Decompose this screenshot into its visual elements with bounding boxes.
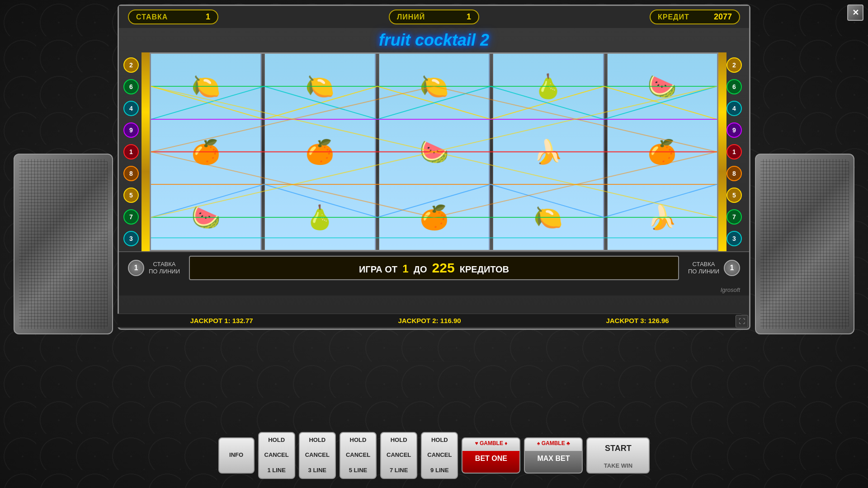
kredit-value: 2077 xyxy=(705,12,732,22)
reel-grid: 🍋 🍊 🍉 🍋 🍊 🍐 🍋 🍉 🍊 xyxy=(151,54,717,250)
hold-9-line-button[interactable]: HOLD CANCEL 9 LINE xyxy=(421,432,458,479)
button-row: INFO HOLD CANCEL 1 LINE HOLD CANCEL 3 LI… xyxy=(118,427,750,483)
liniy-label: ЛИНИЙ xyxy=(397,13,425,21)
game-container: СТАВКА 1 ЛИНИЙ 1 КРЕДИТ 2077 fruit cockt… xyxy=(118,5,750,330)
line-num-right-8: 8 xyxy=(726,166,742,181)
bet-circle-left: 1 xyxy=(128,260,144,276)
speaker-left xyxy=(14,154,113,334)
bet-per-line-right: СТАВКА ПО ЛИНИИ 1 xyxy=(688,260,740,276)
gamble2-top-label: ♠ GAMBLE ♣ xyxy=(525,438,582,451)
take-win-label: TAKE WIN xyxy=(587,459,649,473)
bet-per-line-left: 1 СТАВКА ПО ЛИНИИ xyxy=(128,260,180,276)
line-num-right-5: 5 xyxy=(726,188,742,203)
reel-col-3: 🍋 🍉 🍊 xyxy=(379,54,490,250)
close-button[interactable]: ✕ xyxy=(847,5,863,21)
reel-4-row-2: 🍌 xyxy=(493,119,603,185)
line-num-left-4: 4 xyxy=(123,101,139,116)
line-num-right-2: 2 xyxy=(726,57,742,73)
reel-col-5: 🍉 🍊 🍌 xyxy=(608,54,717,250)
fullscreen-button[interactable]: ⛶ xyxy=(736,315,748,328)
line-num-right-7: 7 xyxy=(726,209,742,225)
hold-5-line-button[interactable]: HOLD CANCEL 5 LINE xyxy=(340,432,377,479)
status-text: ИГРА ОТ 1 ДО 225 КРЕДИТОВ xyxy=(359,264,509,274)
igrosoft-logo: Igrosoft xyxy=(721,286,740,293)
kredit-box: КРЕДИТ 2077 xyxy=(650,9,740,24)
reels-area: 🍋 🍊 🍉 🍋 🍊 🍐 🍋 🍉 🍊 xyxy=(150,52,718,251)
status-bar: 1 СТАВКА ПО ЛИНИИ ИГРА ОТ 1 ДО 225 КРЕДИ… xyxy=(119,251,749,284)
gamble-top-label: ♥ GAMBLE ♦ xyxy=(462,438,519,451)
reel-sep-3 xyxy=(490,54,493,250)
max-bet-label: MAX BET xyxy=(525,451,582,472)
reel-3-row-2: 🍉 xyxy=(379,119,489,185)
stavka-value: 1 xyxy=(197,12,210,22)
reel-col-1: 🍋 🍊 🍉 xyxy=(151,54,261,250)
line-num-left-9: 9 xyxy=(123,122,139,138)
liniy-box: ЛИНИЙ 1 xyxy=(389,9,479,24)
start-label: START xyxy=(587,438,649,459)
reel-3-row-1: 🍋 xyxy=(379,54,489,119)
bet-label-right: СТАВКА ПО ЛИНИИ xyxy=(688,261,719,275)
reel-5-row-2: 🍊 xyxy=(608,119,717,185)
hold-1-line-button[interactable]: HOLD CANCEL 1 LINE xyxy=(258,432,295,479)
jackpot-bar: JACKPOT 1: 132.77 JACKPOT 2: 116.90 JACK… xyxy=(118,314,741,328)
main-status-display: ИГРА ОТ 1 ДО 225 КРЕДИТОВ xyxy=(189,256,679,280)
line-numbers-left: 2 6 4 9 1 8 5 7 3 xyxy=(123,52,142,251)
start-take-win-button[interactable]: START TAKE WIN xyxy=(586,437,650,474)
gold-border-right xyxy=(718,52,726,251)
stavka-box: СТАВКА 1 xyxy=(128,9,218,24)
reel-col-4: 🍐 🍌 🍋 xyxy=(493,54,604,250)
info-bar: СТАВКА 1 ЛИНИЙ 1 КРЕДИТ 2077 xyxy=(119,6,749,28)
gold-border-left xyxy=(142,52,150,251)
bet-one-label: BET ONE xyxy=(462,451,519,472)
reel-1-row-3: 🍉 xyxy=(151,185,260,250)
line-num-right-1: 1 xyxy=(726,144,742,160)
reel-sep-1 xyxy=(261,54,265,250)
reel-3-row-3: 🍊 xyxy=(379,185,489,250)
hold-3-line-button[interactable]: HOLD CANCEL 3 LINE xyxy=(299,432,336,479)
bet-label-left: СТАВКА ПО ЛИНИИ xyxy=(149,261,180,275)
line-num-left-6: 6 xyxy=(123,79,139,94)
game-title: fruit cocktail 2 xyxy=(119,28,749,52)
speaker-right xyxy=(755,154,854,334)
line-numbers-right: 2 6 4 9 1 8 5 7 3 xyxy=(726,52,745,251)
reel-2-row-1: 🍋 xyxy=(265,54,374,119)
reel-5-row-3: 🍌 xyxy=(608,185,717,250)
jackpot-2: JACKPOT 2: 116.90 xyxy=(398,317,461,324)
line-num-left-5: 5 xyxy=(123,188,139,203)
reel-1-row-1: 🍋 xyxy=(151,54,260,119)
reel-sep-4 xyxy=(604,54,608,250)
reels-wrapper: 2 6 4 9 1 8 5 7 3 🍋 🍊 🍉 xyxy=(119,52,749,251)
line-num-left-8: 8 xyxy=(123,166,139,181)
line-num-right-3: 3 xyxy=(726,231,742,246)
reel-4-row-1: 🍐 xyxy=(493,54,603,119)
line-num-right-9: 9 xyxy=(726,122,742,138)
jackpot-1: JACKPOT 1: 132.77 xyxy=(190,317,253,324)
stavka-label: СТАВКА xyxy=(136,13,168,21)
jackpot-3: JACKPOT 3: 126.96 xyxy=(606,317,669,324)
line-num-left-1: 1 xyxy=(123,144,139,160)
reel-1-row-2: 🍊 xyxy=(151,119,260,185)
info-button[interactable]: INFO xyxy=(218,437,255,474)
line-num-right-4: 4 xyxy=(726,101,742,116)
line-num-left-7: 7 xyxy=(123,209,139,225)
reel-col-2: 🍋 🍊 🍐 xyxy=(265,54,375,250)
gamble-bet-one-button[interactable]: ♥ GAMBLE ♦ BET ONE xyxy=(462,437,520,474)
hold-7-line-button[interactable]: HOLD CANCEL 7 LINE xyxy=(380,432,417,479)
reel-sep-2 xyxy=(376,54,379,250)
reel-2-row-2: 🍊 xyxy=(265,119,374,185)
gamble-max-bet-button[interactable]: ♠ GAMBLE ♣ MAX BET xyxy=(524,437,583,474)
reel-2-row-3: 🍐 xyxy=(265,185,374,250)
line-num-left-2: 2 xyxy=(123,57,139,73)
liniy-value: 1 xyxy=(458,12,471,22)
kredit-label: КРЕДИТ xyxy=(658,13,689,21)
bet-circle-right: 1 xyxy=(724,260,740,276)
line-num-right-6: 6 xyxy=(726,79,742,94)
line-num-left-3: 3 xyxy=(123,231,139,246)
reel-5-row-1: 🍉 xyxy=(608,54,717,119)
reel-4-row-3: 🍋 xyxy=(493,185,603,250)
